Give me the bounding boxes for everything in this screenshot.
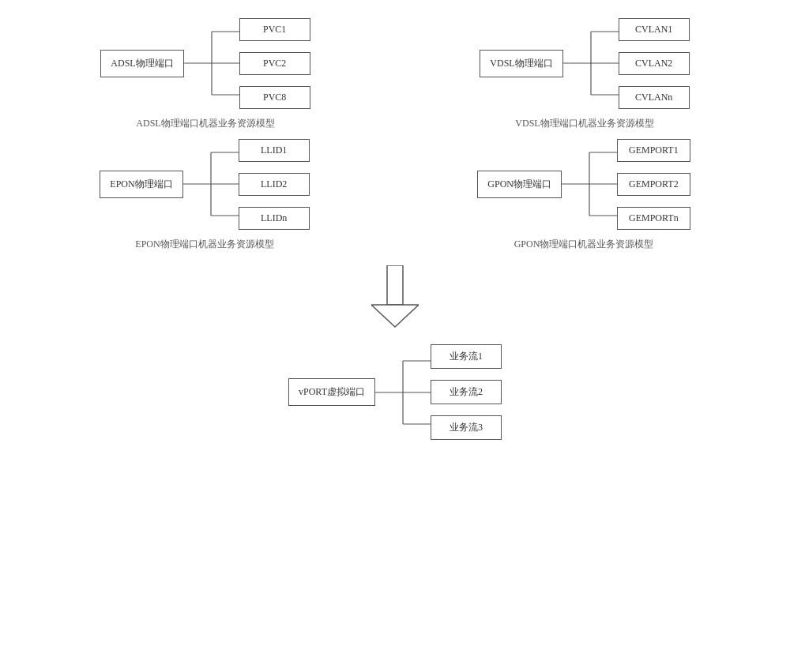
adsl-target-3: PVC8 — [239, 86, 310, 109]
epon-targets: LLID1 LLID2 LLIDn — [239, 139, 310, 230]
adsl-target-1: PVC1 — [239, 18, 310, 41]
adsl-targets: PVC1 PVC2 PVC8 — [239, 18, 310, 109]
vport-diagram-block: vPORT虚拟端口 业务流1 业务流2 业务流3 — [288, 344, 502, 440]
gpon-targets: GEMPORT1 GEMPORT2 GEMPORTn — [617, 139, 690, 230]
adsl-caption: ADSL物理端口机器业务资源模型 — [136, 117, 274, 130]
epon-diagram-block: EPON物理端口 LLID1 LLID2 LLIDn EPON物理端口机器业务资… — [100, 137, 309, 251]
gpon-connector-svg — [562, 137, 617, 231]
vdsl-target-2: CVLAN2 — [619, 52, 690, 75]
vport-target-1: 业务流1 — [431, 344, 502, 369]
adsl-diagram-block: ADSL物理端口 PVC1 PVC2 PVC8 — [100, 16, 310, 130]
gpon-target-3: GEMPORTn — [617, 207, 690, 230]
adsl-connector-svg — [184, 16, 239, 111]
adsl-target-2: PVC2 — [239, 52, 310, 75]
epon-target-1: LLID1 — [239, 139, 310, 162]
vdsl-connector-svg — [563, 16, 619, 111]
svg-marker-25 — [371, 305, 419, 327]
down-arrow-icon — [371, 265, 419, 328]
gpon-fanout: GPON物理端口 GEMPORT1 GEMPORT2 GEMPORTn — [477, 137, 690, 231]
page: ADSL物理端口 PVC1 PVC2 PVC8 — [0, 0, 790, 672]
vdsl-fanout: VDSL物理端口 CVLAN1 CVLAN2 CVLANn — [480, 16, 689, 111]
epon-target-2: LLID2 — [239, 173, 310, 196]
vdsl-target-1: CVLAN1 — [619, 18, 690, 41]
vport-targets: 业务流1 业务流2 业务流3 — [431, 344, 502, 440]
gpon-target-2: GEMPORT2 — [617, 173, 690, 196]
epon-connector-svg — [183, 137, 239, 231]
vdsl-diagram-block: VDSL物理端口 CVLAN1 CVLAN2 CVLANn VDSL物理端口机器… — [480, 16, 689, 130]
epon-target-3: LLIDn — [239, 207, 310, 230]
vport-source: vPORT虚拟端口 — [288, 378, 375, 406]
adsl-fanout: ADSL物理端口 PVC1 PVC2 PVC8 — [100, 16, 310, 111]
svg-rect-24 — [387, 265, 403, 305]
bottom-section: vPORT虚拟端口 业务流1 业务流2 业务流3 — [16, 344, 774, 440]
vdsl-target-3: CVLANn — [619, 86, 690, 109]
arrow-section — [16, 265, 774, 328]
vdsl-caption: VDSL物理端口机器业务资源模型 — [515, 117, 653, 130]
gpon-caption: GPON物理端口机器业务资源模型 — [514, 238, 654, 251]
vport-target-2: 业务流2 — [431, 380, 502, 404]
vport-connector-svg — [375, 345, 431, 440]
gpon-target-1: GEMPORT1 — [617, 139, 690, 162]
gpon-source: GPON物理端口 — [477, 171, 562, 198]
epon-fanout: EPON物理端口 LLID1 LLID2 LLIDn — [100, 137, 309, 231]
vport-fanout: vPORT虚拟端口 业务流1 业务流2 业务流3 — [288, 344, 502, 440]
row-2: EPON物理端口 LLID1 LLID2 LLIDn EPON物理端口机器业务资… — [16, 137, 774, 251]
vport-target-3: 业务流3 — [431, 415, 502, 440]
epon-source: EPON物理端口 — [100, 171, 182, 198]
vdsl-source: VDSL物理端口 — [480, 50, 562, 77]
gpon-diagram-block: GPON物理端口 GEMPORT1 GEMPORT2 GEMPORTn GPON… — [477, 137, 690, 251]
adsl-source: ADSL物理端口 — [100, 50, 183, 77]
epon-caption: EPON物理端口机器业务资源模型 — [135, 238, 273, 251]
vdsl-targets: CVLAN1 CVLAN2 CVLANn — [619, 18, 690, 109]
row-1: ADSL物理端口 PVC1 PVC2 PVC8 — [16, 16, 774, 130]
